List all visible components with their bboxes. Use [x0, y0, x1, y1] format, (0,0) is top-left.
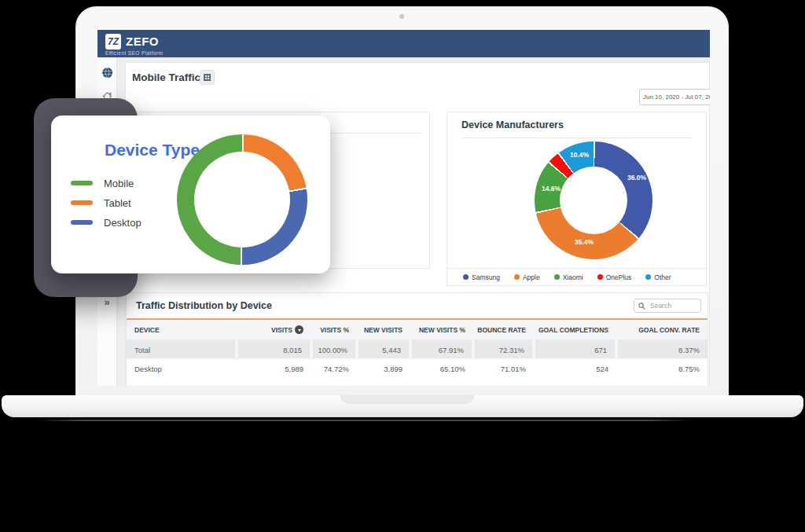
traffic-table-card: Traffic Distribution by Device DEVICE	[126, 292, 708, 386]
report-settings-button[interactable]	[200, 70, 215, 85]
donut-label-other: 10.4%	[570, 151, 589, 159]
col-visits-label: VISITS	[271, 326, 292, 334]
table-cell: 67.91%	[410, 340, 473, 359]
webcam-dot	[399, 14, 404, 19]
legend-label: OnePlus	[606, 273, 632, 281]
laptop-mockup-stage: 7Z ZEFO Efficient SEO Platform »	[0, 0, 805, 532]
sort-desc-icon	[295, 325, 303, 334]
sidebar-expand-chevrons[interactable]: »	[97, 296, 116, 308]
legend-item: Other	[645, 273, 671, 281]
brand-logo-glyph: 7Z	[108, 36, 119, 47]
table-cell: Desktop	[127, 359, 237, 378]
card-title-divider	[461, 138, 692, 138]
col-new-visits: NEW VISITS	[357, 320, 410, 340]
table-search-box[interactable]	[634, 299, 701, 313]
device-type-legend: Mobile Tablet Desktop	[71, 178, 142, 227]
search-icon	[638, 303, 645, 310]
brand-name: ZEFO	[126, 35, 159, 48]
col-visits-pct: VISITS %	[311, 320, 357, 340]
table-cell: 8.37%	[616, 340, 708, 359]
legend-label: Apple	[523, 273, 540, 281]
donut-hole	[194, 152, 290, 248]
device-type-card: Device Type Mobile Tablet Desktop	[51, 116, 330, 273]
traffic-table-title: Traffic Distribution by Device	[136, 300, 272, 311]
legend-swatch	[71, 220, 93, 225]
table-cell: 5,989	[237, 359, 311, 378]
legend-dot	[597, 274, 603, 280]
table-cell: 3,899	[357, 359, 410, 378]
legend-dot	[554, 274, 560, 280]
app-header: 7Z ZEFO Efficient SEO Platform	[97, 30, 710, 57]
table-row: Total8,015100.00%5,44367.91%72.31%6718.3…	[127, 340, 708, 359]
legend-swatch	[71, 200, 93, 205]
page-title: Mobile Traffic	[132, 72, 200, 83]
table-cell: 74.72%	[311, 359, 357, 378]
col-bounce-rate: BOUNCE RATE	[473, 320, 534, 340]
table-cell: 65.10%	[410, 359, 473, 378]
col-goal-completions: GOAL COMPLETIONS	[534, 320, 616, 340]
legend-item: Desktop	[71, 218, 142, 227]
device-manufacturers-card: Device Manufacturers 36.0% 35.4% 14.6% 1…	[447, 112, 707, 286]
col-goal-conv-rate: GOAL CONV. RATE	[616, 320, 708, 340]
device-manufacturers-donut: 36.0% 35.4% 14.6% 10.4%	[535, 141, 652, 259]
table-cell: Total	[127, 340, 237, 359]
device-manufacturers-title: Device Manufacturers	[461, 119, 564, 130]
legend-item: Samsung	[463, 273, 500, 281]
table-cell: 5,443	[357, 340, 410, 359]
table-cell: 8.75%	[616, 359, 708, 378]
table-header-row: DEVICE VISITS VISITS % NEW VISITS NEW VI…	[127, 320, 708, 340]
traffic-table: DEVICE VISITS VISITS % NEW VISITS NEW VI…	[127, 320, 708, 378]
legend-swatch	[71, 181, 93, 185]
device-type-donut	[177, 134, 307, 265]
brand-logo[interactable]: 7Z	[105, 34, 121, 50]
donut-label-xiaomi: 14.6%	[542, 185, 561, 193]
legend-label: Tablet	[104, 197, 131, 209]
search-input[interactable]	[649, 301, 696, 310]
donut-hole	[560, 167, 627, 234]
globe-icon[interactable]	[101, 67, 113, 79]
table-cell: 671	[534, 340, 616, 359]
legend-label: Mobile	[104, 178, 134, 189]
legend-dot	[645, 274, 651, 280]
brand-tagline: Efficient SEO Platform	[105, 50, 163, 56]
table-cell: 8,015	[237, 340, 311, 359]
legend-label: Desktop	[104, 217, 142, 229]
table-cell: 524	[534, 359, 616, 378]
legend-label: Samsung	[472, 273, 500, 281]
manufacturers-legend: Samsung Apple Xiaomi OnePlus Other	[447, 268, 706, 285]
legend-dot	[514, 274, 520, 280]
legend-label: Other	[654, 273, 671, 281]
donut-label-samsung: 36.0%	[627, 174, 646, 182]
col-visits-sortable[interactable]: VISITS	[237, 320, 311, 340]
grid-icon	[204, 74, 211, 81]
table-cell: 100.00%	[311, 340, 357, 359]
legend-item: Tablet	[71, 198, 142, 207]
date-range-picker[interactable]: Jun 10, 2020 - Jul 07, 20	[639, 89, 710, 105]
ground-shadow	[39, 420, 690, 421]
legend-item: OnePlus	[597, 273, 632, 281]
device-type-title: Device Type	[105, 141, 200, 160]
table-cell: 71.01%	[473, 359, 534, 378]
legend-label: Xiaomi	[563, 273, 583, 281]
table-row: Desktop5,98974.72%3,89965.10%71.01%5248.…	[127, 359, 708, 378]
legend-item: Mobile	[71, 178, 142, 188]
legend-item: Apple	[514, 273, 540, 281]
laptop-base-notch	[340, 395, 474, 404]
legend-dot	[463, 274, 469, 280]
donut-label-apple: 35.4%	[575, 238, 594, 246]
table-cell: 72.31%	[473, 340, 534, 359]
col-device: DEVICE	[127, 320, 237, 340]
col-new-visits-pct: NEW VISITS %	[410, 320, 473, 340]
legend-item: Xiaomi	[554, 273, 583, 281]
